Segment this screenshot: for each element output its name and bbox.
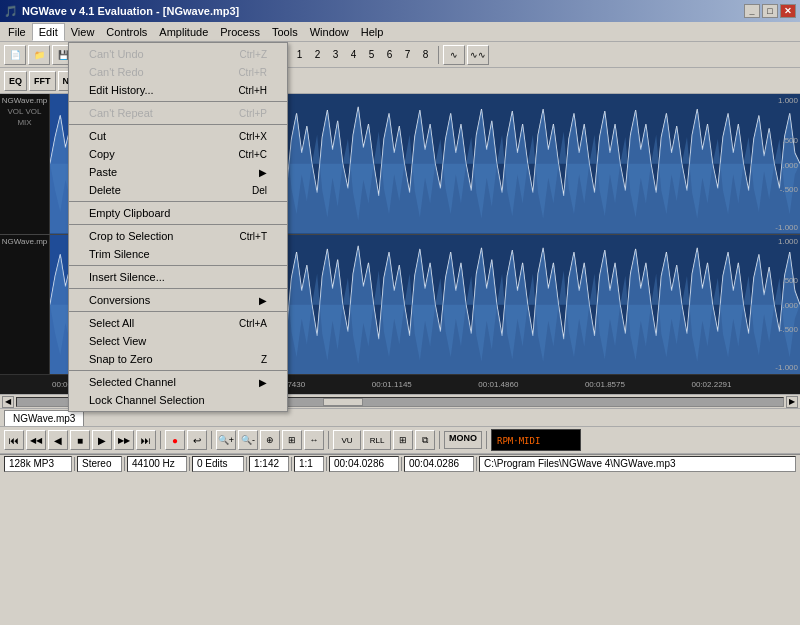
transport-rewind[interactable]: ⏮: [4, 430, 24, 450]
menu-edit[interactable]: Edit: [32, 23, 65, 41]
set-5[interactable]: 5: [364, 46, 380, 64]
transport-prev[interactable]: ◀: [48, 430, 68, 450]
transport-play[interactable]: ▶: [92, 430, 112, 450]
menu-item-select-view[interactable]: Select View: [69, 332, 287, 350]
menu-item-label: Edit History...: [89, 84, 154, 96]
status-channels: Stereo: [77, 456, 122, 472]
menu-controls[interactable]: Controls: [100, 24, 153, 40]
scale-bot-mid1: .500: [782, 276, 798, 285]
transport-zoom-sel[interactable]: ⊕: [260, 430, 280, 450]
menu-item-delete[interactable]: DeleteDel: [69, 181, 287, 199]
menu-tools[interactable]: Tools: [266, 24, 304, 40]
menu-shortcut: Ctrl+Z: [240, 49, 268, 60]
menu-item-snap-to-zero[interactable]: Snap to ZeroZ: [69, 350, 287, 368]
status-ratio: 1:1: [294, 456, 324, 472]
menu-arrow-icon: ▶: [259, 377, 267, 388]
toolbar-sine[interactable]: ∿∿: [467, 45, 489, 65]
menu-shortcut: Ctrl+R: [238, 67, 267, 78]
menu-item-label: Lock Channel Selection: [89, 394, 205, 406]
status-format: 128k MP3: [4, 456, 72, 472]
minimize-button[interactable]: _: [744, 4, 760, 18]
transport-loop[interactable]: ↩: [187, 430, 207, 450]
menu-item-edit-history---[interactable]: Edit History...Ctrl+H: [69, 81, 287, 99]
transport-zoom-full[interactable]: ↔: [304, 430, 324, 450]
menu-process[interactable]: Process: [214, 24, 266, 40]
set-1[interactable]: 1: [292, 46, 308, 64]
status-duration: 1:142: [249, 456, 289, 472]
transport-mono[interactable]: MONO: [444, 431, 482, 449]
toolbar-eq[interactable]: ∿: [443, 45, 465, 65]
transport-stop[interactable]: ■: [70, 430, 90, 450]
menu-file[interactable]: File: [2, 24, 32, 40]
scale-top: 1.000: [778, 96, 798, 105]
set-6[interactable]: 6: [382, 46, 398, 64]
eff-eq[interactable]: EQ: [4, 71, 27, 91]
menu-separator: [69, 201, 287, 202]
menu-separator: [69, 288, 287, 289]
scroll-right[interactable]: ▶: [786, 396, 798, 408]
menu-item-label: Cut: [89, 130, 106, 142]
transport-zoom-fit[interactable]: ⊞: [282, 430, 302, 450]
menu-window[interactable]: Window: [304, 24, 355, 40]
menu-arrow-icon: ▶: [259, 295, 267, 306]
stat-sep6: [326, 457, 327, 471]
eff-fft[interactable]: FFT: [29, 71, 56, 91]
menu-separator: [69, 265, 287, 266]
transport-end[interactable]: ⏭: [136, 430, 156, 450]
transport-record[interactable]: ●: [165, 430, 185, 450]
menu-item-selected-channel[interactable]: Selected Channel▶: [69, 373, 287, 391]
transport-zoom-in[interactable]: 🔍+: [216, 430, 236, 450]
menu-item-insert-silence---[interactable]: Insert Silence...: [69, 268, 287, 286]
menu-item-trim-silence[interactable]: Trim Silence: [69, 245, 287, 263]
menu-item-label: Select All: [89, 317, 134, 329]
tab-ngwave[interactable]: NGWave.mp3: [4, 410, 84, 426]
menu-amplitude[interactable]: Amplitude: [153, 24, 214, 40]
menu-shortcut: Ctrl+X: [239, 131, 267, 142]
menu-item-label: Can't Redo: [89, 66, 144, 78]
menu-item-label: Insert Silence...: [89, 271, 165, 283]
transport-zoom-out[interactable]: 🔍-: [238, 430, 258, 450]
scale-bot-bot: -1.000: [775, 363, 798, 372]
time-6: 00:02.2291: [689, 380, 800, 389]
titlebar: 🎵 NGWave v 4.1 Evaluation - [NGwave.mp3]…: [0, 0, 800, 22]
status-filepath: C:\Program Files\NGWave 4\NGWave.mp3: [479, 456, 796, 472]
transport-vu[interactable]: VU: [333, 430, 361, 450]
scroll-left[interactable]: ◀: [2, 396, 14, 408]
menu-separator: [69, 311, 287, 312]
menu-item-copy[interactable]: CopyCtrl+C: [69, 145, 287, 163]
menu-item-label: Delete: [89, 184, 121, 196]
menu-item-label: Trim Silence: [89, 248, 150, 260]
menu-item-label: Can't Repeat: [89, 107, 153, 119]
menu-separator: [69, 101, 287, 102]
set-7[interactable]: 7: [400, 46, 416, 64]
menu-item-crop-to-selection[interactable]: Crop to SelectionCtrl+T: [69, 227, 287, 245]
set-2[interactable]: 2: [310, 46, 326, 64]
menu-item-label: Select View: [89, 335, 146, 347]
transport-grid[interactable]: ⊞: [393, 430, 413, 450]
set-3[interactable]: 3: [328, 46, 344, 64]
titlebar-title: NGWave v 4.1 Evaluation - [NGwave.mp3]: [22, 5, 239, 17]
menu-item-lock-channel-selection[interactable]: Lock Channel Selection: [69, 391, 287, 409]
menu-view[interactable]: View: [65, 24, 101, 40]
menu-item-select-all[interactable]: Select AllCtrl+A: [69, 314, 287, 332]
menu-separator: [69, 124, 287, 125]
transport-copy[interactable]: ⧉: [415, 430, 435, 450]
set-4[interactable]: 4: [346, 46, 362, 64]
transport-back[interactable]: ◀◀: [26, 430, 46, 450]
menu-item-empty-clipboard[interactable]: Empty Clipboard: [69, 204, 287, 222]
menu-item-cut[interactable]: CutCtrl+X: [69, 127, 287, 145]
set-8[interactable]: 8: [418, 46, 434, 64]
menu-item-can-t-repeat: Can't RepeatCtrl+P: [69, 104, 287, 122]
toolbar-open[interactable]: 📁: [28, 45, 50, 65]
status-samplerate: 44100 Hz: [127, 456, 187, 472]
menu-item-paste[interactable]: Paste▶: [69, 163, 287, 181]
restore-button[interactable]: □: [762, 4, 778, 18]
stat-sep5: [291, 457, 292, 471]
transport-rll[interactable]: RLL: [363, 430, 391, 450]
scroll-thumb[interactable]: [323, 398, 363, 406]
transport-fwd[interactable]: ▶▶: [114, 430, 134, 450]
menu-help[interactable]: Help: [355, 24, 390, 40]
close-button[interactable]: ✕: [780, 4, 796, 18]
toolbar-new[interactable]: 📄: [4, 45, 26, 65]
menu-item-conversions[interactable]: Conversions▶: [69, 291, 287, 309]
